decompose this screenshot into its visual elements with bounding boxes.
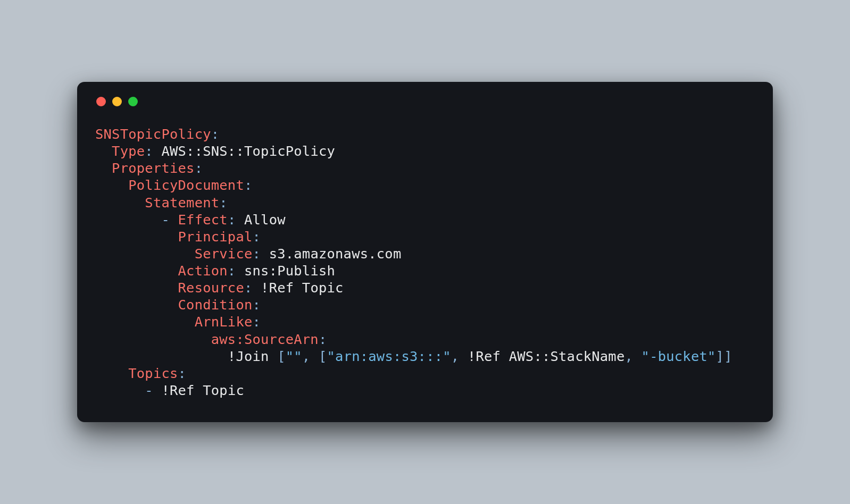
- colon: :: [228, 263, 236, 279]
- string-literal: "": [286, 348, 302, 364]
- colon: :: [219, 195, 228, 211]
- colon: :: [253, 246, 261, 262]
- colon: :: [319, 331, 327, 347]
- bracket-close: ]: [724, 348, 732, 364]
- string-literal: "arn:aws:s3:::": [327, 348, 451, 364]
- yaml-key: Service: [195, 246, 253, 262]
- yaml-tag: !Join: [228, 348, 269, 364]
- colon: :: [244, 177, 253, 193]
- colon: :: [228, 212, 236, 228]
- yaml-key: Principal: [178, 229, 253, 245]
- yaml-value: AWS::StackName: [509, 348, 625, 364]
- yaml-tag: !Ref: [468, 348, 501, 364]
- colon: :: [253, 297, 261, 313]
- code-window: SNSTopicPolicy: Type: AWS::SNS::TopicPol…: [77, 82, 773, 422]
- yaml-key: PolicyDocument: [128, 177, 244, 193]
- yaml-value: Topic: [302, 280, 344, 296]
- close-icon[interactable]: [96, 97, 106, 106]
- window-controls: [96, 97, 755, 106]
- yaml-key: Statement: [145, 195, 219, 211]
- comma: ,: [302, 348, 311, 364]
- zoom-icon[interactable]: [128, 97, 138, 106]
- code-block: SNSTopicPolicy: Type: AWS::SNS::TopicPol…: [95, 125, 755, 399]
- colon: :: [178, 365, 187, 381]
- yaml-value: Allow: [244, 212, 286, 228]
- string-literal: "-bucket": [641, 348, 716, 364]
- bracket-open: [: [319, 348, 327, 364]
- yaml-key: Properties: [112, 160, 195, 176]
- dash: -: [145, 382, 153, 398]
- dash: -: [161, 212, 170, 228]
- yaml-value: s3.amazonaws.com: [269, 246, 402, 262]
- yaml-tag: !Ref: [261, 280, 294, 296]
- yaml-tag: !Ref: [161, 382, 194, 398]
- yaml-key: Action: [178, 263, 228, 279]
- yaml-key: Topics: [128, 365, 178, 381]
- comma: ,: [624, 348, 633, 364]
- bracket-close: ]: [716, 348, 724, 364]
- yaml-key: ArnLike: [195, 314, 253, 330]
- yaml-key: Type: [112, 143, 145, 159]
- colon: :: [253, 314, 261, 330]
- yaml-value: sns:Publish: [244, 263, 335, 279]
- yaml-key: Effect: [178, 212, 228, 228]
- colon: :: [244, 280, 253, 296]
- yaml-key: Condition: [178, 297, 253, 313]
- colon: :: [253, 229, 261, 245]
- yaml-key: aws:SourceArn: [211, 331, 319, 347]
- minimize-icon[interactable]: [112, 97, 122, 106]
- comma: ,: [451, 348, 460, 364]
- colon: :: [145, 143, 153, 159]
- yaml-value: AWS::SNS::TopicPolicy: [161, 143, 335, 159]
- colon: :: [211, 126, 220, 142]
- yaml-key: SNSTopicPolicy: [95, 126, 211, 142]
- bracket-open: [: [277, 348, 286, 364]
- colon: :: [195, 160, 203, 176]
- yaml-key: Resource: [178, 280, 244, 296]
- yaml-value: Topic: [203, 382, 244, 398]
